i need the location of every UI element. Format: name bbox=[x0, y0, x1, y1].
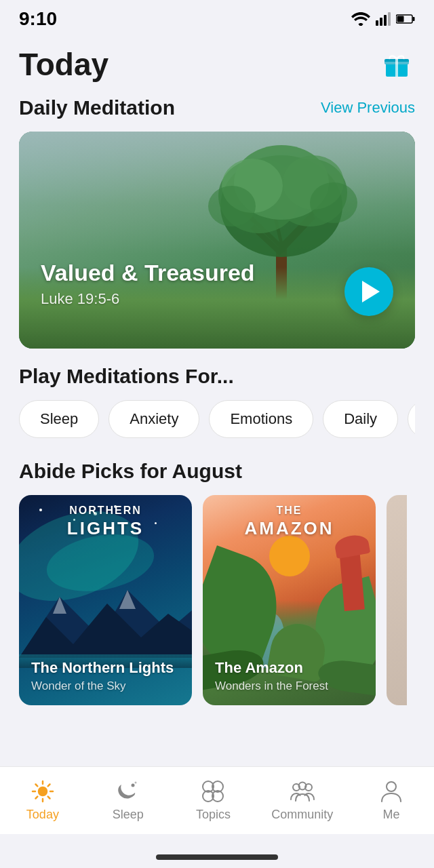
moon-icon bbox=[116, 779, 140, 804]
svg-point-29 bbox=[38, 787, 47, 796]
svg-rect-10 bbox=[384, 62, 409, 64]
pill-emotions[interactable]: Emotions bbox=[209, 400, 313, 438]
daily-meditation-header: Daily Meditation View Previous bbox=[19, 96, 415, 119]
meditation-main-title: Valued & Treasured bbox=[41, 260, 255, 286]
amazon-top-title: AMAZON bbox=[203, 518, 376, 539]
nav-label-sleep: Sleep bbox=[113, 808, 144, 822]
svg-rect-6 bbox=[397, 16, 404, 22]
northern-top-title: LIGHTS bbox=[19, 518, 192, 539]
nav-label-today: Today bbox=[26, 808, 59, 822]
amazon-sun bbox=[269, 536, 310, 576]
nav-item-today[interactable]: Today bbox=[16, 779, 70, 822]
svg-rect-1 bbox=[380, 18, 382, 26]
svg-rect-9 bbox=[395, 59, 398, 77]
amazon-red-plant bbox=[339, 549, 365, 611]
gift-icon-button[interactable] bbox=[378, 46, 415, 83]
battery-icon bbox=[396, 14, 415, 24]
svg-rect-3 bbox=[388, 12, 391, 26]
play-button[interactable] bbox=[344, 267, 393, 316]
daily-meditation-section: Daily Meditation View Previous bbox=[0, 96, 434, 365]
nav-item-topics[interactable]: Topics bbox=[186, 779, 240, 822]
nav-label-community: Community bbox=[271, 808, 333, 822]
page-title: Today bbox=[19, 46, 108, 83]
status-bar: 9:10 bbox=[0, 0, 434, 35]
amazon-bottom-sub: Wonders in the Forest bbox=[215, 679, 328, 693]
play-meditations-title: Play Meditations For... bbox=[19, 365, 415, 388]
signal-icon bbox=[376, 12, 391, 26]
mountains-svg bbox=[19, 576, 192, 658]
svg-point-24 bbox=[310, 182, 357, 223]
pick-card-partial bbox=[387, 495, 407, 705]
play-meditations-for-section: Play Meditations For... Sleep Anxiety Em… bbox=[0, 365, 434, 460]
svg-rect-2 bbox=[384, 15, 387, 26]
svg-line-35 bbox=[48, 797, 50, 799]
pick-card-northern-lights[interactable]: NORTHERN LIGHTS The Northern Lights Wond… bbox=[19, 495, 192, 705]
northern-top-label: NORTHERN bbox=[19, 505, 192, 517]
community-icon bbox=[290, 779, 315, 804]
status-icons bbox=[351, 12, 415, 26]
amazon-top-label: THE bbox=[203, 505, 376, 517]
svg-point-38 bbox=[131, 784, 134, 787]
svg-line-34 bbox=[35, 785, 37, 787]
nav-item-me[interactable]: Me bbox=[364, 779, 418, 822]
pill-daily[interactable]: Daily bbox=[323, 400, 398, 438]
picks-row: NORTHERN LIGHTS The Northern Lights Wond… bbox=[19, 495, 415, 705]
nav-label-me: Me bbox=[383, 808, 400, 822]
pill-sleep[interactable]: Sleep bbox=[19, 400, 99, 438]
abide-picks-title: Abide Picks for August bbox=[19, 460, 415, 483]
amazon-bottom-text: The Amazon Wonders in the Forest bbox=[215, 659, 328, 693]
bottom-nav: Today Sleep Topics bbox=[0, 766, 434, 834]
svg-marker-26 bbox=[19, 604, 192, 658]
pill-anxiety[interactable]: Anxiety bbox=[108, 400, 199, 438]
svg-rect-0 bbox=[376, 20, 378, 26]
view-previous-link[interactable]: View Previous bbox=[321, 99, 415, 117]
svg-point-39 bbox=[134, 782, 136, 784]
northern-bottom-main: The Northern Lights bbox=[31, 659, 174, 677]
home-indicator bbox=[156, 854, 278, 860]
daily-meditation-title: Daily Meditation bbox=[19, 96, 175, 119]
svg-line-36 bbox=[48, 785, 50, 787]
user-icon bbox=[379, 779, 403, 804]
nav-item-sleep[interactable]: Sleep bbox=[101, 779, 155, 822]
meditation-card[interactable]: Valued & Treasured Luke 19:5-6 bbox=[19, 132, 415, 349]
svg-point-23 bbox=[208, 186, 256, 226]
svg-point-47 bbox=[387, 782, 396, 791]
nav-label-topics: Topics bbox=[196, 808, 231, 822]
meditation-subtitle: Luke 19:5-6 bbox=[41, 290, 255, 308]
northern-bottom-sub: Wonder of the Sky bbox=[31, 679, 174, 693]
pills-row: Sleep Anxiety Emotions Daily Grow Sp... bbox=[19, 400, 415, 441]
status-time: 9:10 bbox=[19, 8, 57, 30]
svg-rect-5 bbox=[413, 17, 415, 21]
header: Today bbox=[0, 35, 434, 96]
play-triangle-icon bbox=[362, 281, 380, 302]
northern-bottom-text: The Northern Lights Wonder of the Sky bbox=[31, 659, 174, 693]
svg-line-37 bbox=[35, 797, 37, 799]
abide-picks-section: Abide Picks for August bbox=[0, 460, 434, 800]
gift-icon bbox=[382, 50, 412, 79]
grid-icon bbox=[201, 779, 225, 804]
sun-icon bbox=[31, 779, 55, 804]
amazon-bottom-main: The Amazon bbox=[215, 659, 328, 677]
wifi-icon bbox=[351, 12, 370, 26]
nav-item-community[interactable]: Community bbox=[271, 779, 333, 822]
pill-grow-sp[interactable]: Grow Sp... bbox=[408, 400, 415, 438]
pick-card-amazon[interactable]: THE AMAZON The Amazon Wonders in the For… bbox=[203, 495, 376, 705]
meditation-text: Valued & Treasured Luke 19:5-6 bbox=[41, 260, 255, 308]
